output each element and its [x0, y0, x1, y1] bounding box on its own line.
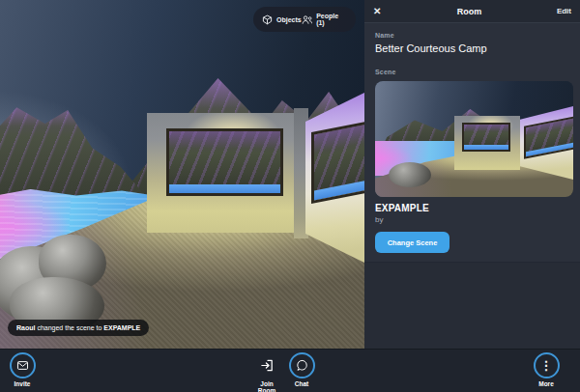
chat-button-circle [289, 352, 315, 378]
join-room-button[interactable]: Join Room [247, 352, 286, 392]
window-water-view [314, 179, 364, 201]
scene-field-label: Scene [375, 69, 573, 75]
join-room-icon-area [254, 352, 280, 378]
invite-button[interactable]: Invite [3, 352, 42, 387]
scene-name: EXPAMPLE [375, 203, 573, 213]
scene-toolbar: Objects People (1) [253, 7, 356, 32]
more-button[interactable]: ⋮ More [527, 352, 566, 387]
scene-change-toast: Raoul changed the scene to EXPAMPLE [8, 320, 149, 336]
room-sidebar: ✕ Room Edit Name Better Courteous Camp S… [364, 0, 580, 349]
panel-title: Room [387, 7, 552, 16]
envelope-icon [16, 359, 29, 372]
speech-bubble-icon [296, 359, 308, 372]
cube-icon [262, 14, 273, 25]
thumb-rock [389, 162, 431, 187]
thumb-window-water [464, 145, 508, 150]
join-room-label: Join Room [255, 380, 278, 392]
people-icon [302, 14, 312, 25]
thumb-window [462, 123, 510, 152]
room-name-value: Better Courteous Camp [375, 42, 573, 54]
people-button[interactable]: People (1) [302, 13, 347, 26]
enter-room-icon [260, 358, 275, 373]
thumb-window-water [526, 142, 573, 156]
bottom-toolbar: Invite Join Room Chat ⋮ More [0, 349, 580, 392]
scene-preview-thumbnail [375, 81, 573, 197]
gallery-wall-front [147, 113, 298, 233]
room-sidebar-body: Name Better Courteous Camp Scene [364, 23, 580, 253]
invite-button-circle [10, 352, 36, 378]
invite-label: Invite [14, 380, 31, 387]
window-opening [166, 128, 283, 196]
more-label: More [538, 380, 554, 387]
window-opening [311, 119, 364, 204]
gallery-wall-right [305, 93, 364, 263]
room-sidebar-footer-area [364, 262, 580, 349]
edit-button[interactable]: Edit [552, 7, 571, 15]
thumb-window [524, 115, 573, 158]
toast-scene-name: EXPAMPLE [103, 324, 140, 331]
chat-label: Chat [295, 380, 308, 387]
thumb-wall-front [454, 116, 520, 170]
change-scene-button[interactable]: Change Scene [375, 232, 450, 253]
vertical-ellipsis-icon: ⋮ [540, 359, 553, 372]
people-label: People (1) [316, 13, 347, 26]
objects-label: Objects [276, 16, 302, 23]
scene-author-prefix: by [375, 215, 573, 224]
toast-actor: Raoul [16, 324, 35, 331]
window-water-view [169, 184, 280, 193]
toast-action: changed the scene to [35, 324, 103, 331]
name-field-label: Name [375, 32, 573, 39]
objects-button[interactable]: Objects [262, 14, 302, 25]
close-icon[interactable]: ✕ [373, 7, 387, 16]
3d-viewport[interactable]: Objects People (1) Raoul changed the sce… [0, 0, 364, 349]
room-sidebar-header: ✕ Room Edit [364, 0, 580, 23]
more-button-circle: ⋮ [534, 352, 560, 378]
hubs-app: Objects People (1) Raoul changed the sce… [0, 0, 580, 392]
chat-button[interactable]: Chat [282, 352, 321, 387]
